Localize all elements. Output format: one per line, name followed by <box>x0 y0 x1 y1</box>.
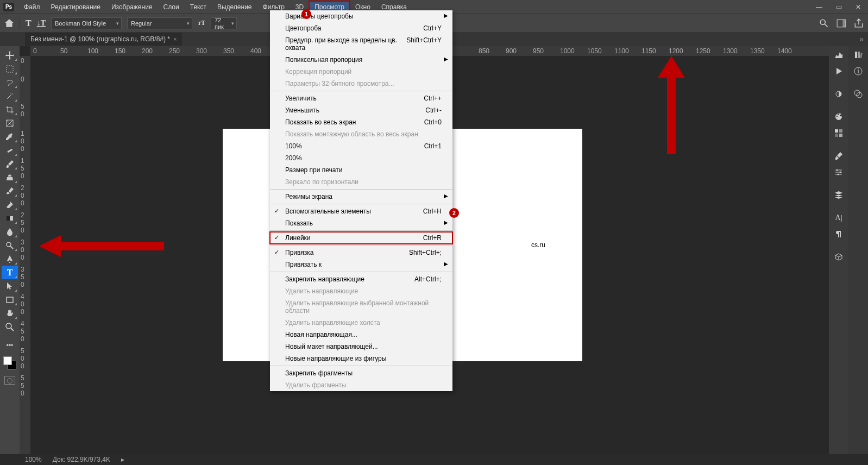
shape-tool[interactable] <box>2 293 18 306</box>
color-swatches[interactable] <box>2 355 17 370</box>
frame-tool[interactable] <box>2 116 18 130</box>
menu-item[interactable]: Новые направляющие из фигуры <box>270 353 452 365</box>
menu-text[interactable]: Текст <box>185 1 212 13</box>
tab-collapse-icon[interactable]: » <box>859 35 868 43</box>
zoom-tool[interactable] <box>2 320 18 334</box>
blur-tool[interactable] <box>2 225 18 238</box>
menu-layers[interactable]: Слои <box>158 1 185 13</box>
svg-rect-25 <box>835 134 838 137</box>
menu-item[interactable]: Новый макет направляющей... <box>270 341 452 353</box>
eraser-tool[interactable] <box>2 198 18 211</box>
svg-point-0 <box>820 20 825 24</box>
maximize-button[interactable]: ▭ <box>829 0 848 14</box>
crop-tool[interactable] <box>2 103 18 116</box>
menu-item[interactable]: 200% <box>270 152 452 164</box>
menu-item[interactable]: Закрепить фрагменты <box>270 367 452 379</box>
type-tool-preset-icon[interactable]: T <box>26 18 32 28</box>
minimize-button[interactable]: — <box>809 0 829 14</box>
doc-size[interactable]: Док: 922,9K/973,4K <box>53 456 110 463</box>
magic-wand-tool[interactable] <box>2 89 18 103</box>
svg-rect-24 <box>839 129 842 133</box>
annotation-badge-1: 1 <box>301 9 311 19</box>
menu-item[interactable]: Режимы экрана▶ <box>270 191 452 203</box>
zoom-level[interactable]: 100% <box>25 456 42 463</box>
eyedropper-tool[interactable] <box>2 130 18 143</box>
menu-item[interactable]: ✓Вспомогательные элементыCtrl+H <box>270 205 452 217</box>
move-tool[interactable] <box>2 48 18 62</box>
svg-line-12 <box>10 246 13 249</box>
brush-settings-panel-icon[interactable] <box>833 167 845 178</box>
layers-panel-icon[interactable] <box>833 190 845 200</box>
dodge-tool[interactable] <box>2 238 18 252</box>
brush-panel-icon[interactable] <box>833 150 845 161</box>
menu-image[interactable]: Изображение <box>106 1 158 13</box>
workspace-icon[interactable] <box>836 18 846 28</box>
vertical-ruler[interactable]: 0 050100150200250300350400450500550 <box>20 56 30 454</box>
close-button[interactable]: ✕ <box>848 0 868 14</box>
menu-item[interactable]: ЦветопробаCtrl+Y <box>270 22 452 34</box>
foreground-swatch[interactable] <box>3 356 12 365</box>
svg-rect-3 <box>842 20 846 27</box>
search-icon[interactable] <box>819 18 829 28</box>
type-tool[interactable]: T <box>2 266 18 279</box>
play-panel-icon[interactable] <box>833 66 845 77</box>
menu-edit[interactable]: Редактирование <box>46 1 106 13</box>
gradient-tool[interactable] <box>2 211 18 225</box>
menu-item[interactable]: Привязать к▶ <box>270 259 452 271</box>
menu-file[interactable]: Файл <box>18 1 46 13</box>
text-orientation-icon[interactable]: ↓T <box>37 19 46 28</box>
menu-item[interactable]: Закрепить направляющиеAlt+Ctrl+; <box>270 273 452 285</box>
menu-item[interactable]: УвеличитьCtrl++ <box>270 92 452 104</box>
healing-brush-tool[interactable] <box>2 143 18 157</box>
menu-item[interactable]: Попиксельная пропорция▶ <box>270 54 452 66</box>
menu-item[interactable]: Новая направляющая... <box>270 329 452 341</box>
status-bar: 100% Док: 922,9K/973,4K ▸ <box>0 454 868 465</box>
hand-tool[interactable] <box>2 306 18 320</box>
histogram-panel-icon[interactable] <box>833 49 845 60</box>
color-panel-icon[interactable] <box>833 111 845 122</box>
path-select-tool[interactable] <box>2 279 18 293</box>
pen-tool[interactable] <box>2 252 18 266</box>
menu-item[interactable]: Размер при печати <box>270 164 452 176</box>
menu-item[interactable]: Варианты цветопробы▶ <box>270 10 452 22</box>
menu-item[interactable]: УменьшитьCtrl+- <box>270 104 452 116</box>
menu-item[interactable]: 100%Ctrl+1 <box>270 140 452 152</box>
menu-item[interactable]: ✓ЛинейкиCtrl+R <box>270 232 452 244</box>
adjustments-panel-icon[interactable] <box>833 89 845 99</box>
menu-item[interactable]: Предупр. при выходе за пределы цв. охват… <box>270 34 452 54</box>
lasso-tool[interactable] <box>2 76 18 89</box>
font-style-select[interactable]: Regular <box>127 17 192 29</box>
menu-select[interactable]: Выделение <box>212 1 257 13</box>
marquee-tool[interactable] <box>2 62 18 76</box>
paragraph-panel-icon[interactable] <box>833 229 845 240</box>
svg-rect-30 <box>855 52 857 58</box>
brush-tool[interactable] <box>2 157 18 171</box>
edit-toolbar[interactable]: ••• <box>2 338 18 352</box>
menu-item[interactable]: Показать▶ <box>270 217 452 229</box>
font-family-select[interactable]: Bookman Old Style <box>51 17 122 29</box>
menu-item: Показать монтажную область во весь экран <box>270 128 452 140</box>
font-size-select[interactable]: 72 пик <box>211 17 237 29</box>
swatches-panel-icon[interactable] <box>833 128 845 139</box>
libraries-icon[interactable] <box>852 49 864 60</box>
svg-point-35 <box>854 90 860 96</box>
svg-point-20 <box>836 116 838 117</box>
tab-close-icon[interactable]: × <box>173 36 177 42</box>
menu-item[interactable]: Показать во весь экранCtrl+0 <box>270 116 452 128</box>
svg-rect-4 <box>7 66 13 72</box>
quick-mask-toggle[interactable] <box>4 376 15 385</box>
share-icon[interactable] <box>854 18 864 28</box>
character-panel-icon[interactable]: A| <box>833 212 845 223</box>
document-tab[interactable]: Без имени-1 @ 100% (rugraphics.ru, RGB/8… <box>25 33 182 46</box>
history-brush-tool[interactable] <box>2 184 18 198</box>
menu-item[interactable]: ✓ПривязкаShift+Ctrl+; <box>270 247 452 259</box>
app-icon: Ps <box>3 3 14 11</box>
clone-stamp-tool[interactable] <box>2 171 18 184</box>
3d-panel-icon[interactable] <box>833 252 845 262</box>
cc-panel-icon[interactable] <box>852 89 864 99</box>
info-panel-icon[interactable]: i <box>852 66 864 77</box>
home-button[interactable] <box>4 18 14 28</box>
svg-marker-17 <box>658 56 685 154</box>
status-arrow-icon[interactable]: ▸ <box>121 456 129 463</box>
svg-rect-13 <box>7 297 13 303</box>
